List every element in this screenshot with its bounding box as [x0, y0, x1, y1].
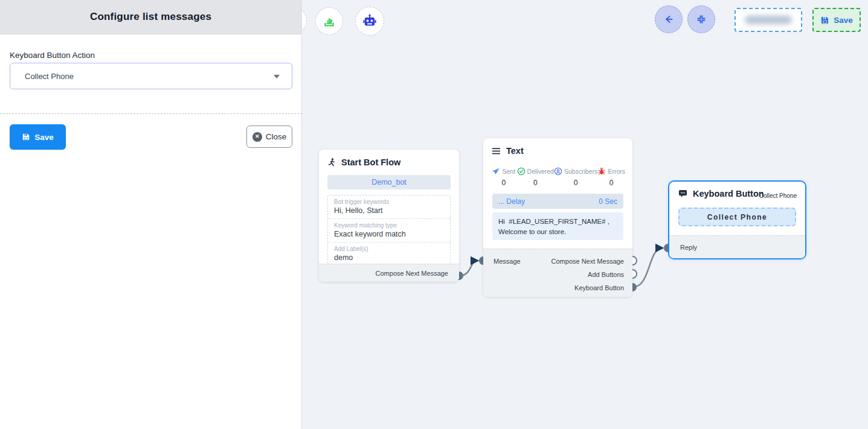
compress-button[interactable] [687, 5, 715, 33]
start-output-label: Compose Next Message [376, 270, 448, 277]
field-value: Hi, Hello, Start [334, 206, 444, 215]
configure-panel: Configure list messages Keyboard Button … [0, 0, 302, 429]
chat-bubble-icon [678, 189, 687, 198]
stat-sent: Sent 0 [490, 167, 517, 187]
bars-icon [492, 147, 501, 155]
check-circle-icon [517, 167, 526, 176]
field-label: Keyword matching type [334, 222, 444, 229]
text-node-header: Text [483, 138, 632, 160]
text-node-footer: Message Compose Next Message Add Buttons… [483, 249, 632, 297]
connection-text-to-keyboard[interactable] [632, 248, 663, 287]
panel-divider [0, 113, 302, 114]
stack-button[interactable] [315, 7, 343, 35]
message-preview[interactable]: Hi #LEAD_USER_FIRST_NAME# , Welcome to o… [492, 212, 623, 240]
stats-row: Sent 0 Delivered 0 [490, 167, 625, 187]
connection-start-to-text[interactable] [459, 261, 478, 276]
field-add-labels[interactable]: Add Label(s) demo [328, 243, 450, 265]
toolbar-save-label: Save [834, 16, 853, 25]
keyboard-input-label: Reply [680, 244, 697, 251]
robot-button[interactable] [355, 7, 384, 36]
delay-value: 0 Sec [599, 197, 617, 206]
panel-save-button[interactable]: Save [10, 124, 66, 150]
start-fields-box: Bot trigger keywords Hi, Hello, Start Ke… [327, 195, 451, 266]
keyboard-corner-label: Collect Phone [759, 192, 797, 199]
panel-close-button[interactable]: ✕ Close [246, 126, 292, 148]
field-value: demo [334, 253, 444, 262]
floppy-icon [22, 133, 30, 141]
robot-icon [362, 14, 377, 28]
field-label: Add Label(s) [334, 246, 444, 252]
text-input-label: Message [493, 258, 521, 265]
field-keyword-matching-type[interactable]: Keyword matching type Exact keyword matc… [328, 219, 450, 243]
flow-canvas[interactable]: Save Start Bot Flow Demo_bot Bot trigger… [302, 0, 868, 429]
keyboard-node-footer: Reply [669, 235, 805, 258]
toolbar-hidden-button[interactable] [302, 7, 307, 34]
floppy-icon [820, 16, 829, 25]
toolbar-save-button[interactable]: Save [812, 8, 861, 32]
panel-header: Configure list messages [0, 0, 301, 34]
panel-save-label: Save [34, 133, 54, 142]
keyboard-action-field-label: Keyboard Button Action [10, 51, 95, 60]
user-circle-icon [554, 167, 562, 176]
node-start-bot-flow[interactable]: Start Bot Flow Demo_bot Bot trigger keyw… [319, 150, 459, 282]
redacted-label-blur [745, 16, 792, 24]
stack-icon [323, 14, 336, 28]
start-node-header: Start Bot Flow [319, 150, 459, 172]
field-value: Exact keyword match [334, 230, 444, 238]
redacted-button[interactable] [735, 8, 802, 32]
chevron-down-icon [274, 75, 280, 78]
collect-phone-button[interactable]: Collect Phone [678, 208, 796, 226]
person-running-icon [327, 157, 336, 167]
stat-delivered: Delivered 0 [517, 167, 554, 187]
node-keyboard-button[interactable]: Keyboard Button Collect Phone Collect Ph… [668, 180, 806, 259]
arrow-left-icon [663, 14, 674, 25]
app: Save Start Bot Flow Demo_bot Bot trigger… [0, 0, 868, 429]
delay-label: ... Delay [498, 197, 525, 206]
node-text[interactable]: Text Sent 0 [483, 138, 632, 297]
text-output-keyboard-label: Keyboard Button [574, 284, 624, 291]
bug-icon [597, 167, 606, 176]
compress-icon [696, 14, 706, 24]
panel-title: Configure list messages [90, 11, 211, 23]
start-node-footer: Compose Next Message [319, 264, 459, 282]
delay-bar[interactable]: ... Delay 0 Sec [492, 194, 623, 209]
text-output-compose-label: Compose Next Message [551, 258, 624, 265]
back-button[interactable] [655, 5, 683, 33]
panel-close-label: Close [266, 132, 287, 141]
field-label: Bot trigger keywords [334, 199, 444, 205]
keyboard-action-select[interactable]: Collect Phone [10, 63, 292, 89]
paper-plane-icon [492, 167, 500, 176]
field-bot-trigger-keywords[interactable]: Bot trigger keywords Hi, Hello, Start [328, 195, 450, 219]
text-node-title: Text [506, 146, 524, 156]
keyboard-node-title: Keyboard Button [693, 189, 764, 199]
start-node-title: Start Bot Flow [341, 157, 400, 167]
stat-subscribers: Subscribers 0 [554, 167, 597, 187]
text-output-addbuttons-label: Add Buttons [588, 271, 624, 278]
stat-errors: Errors 0 [597, 167, 625, 187]
close-icon: ✕ [252, 132, 262, 142]
bot-name-button[interactable]: Demo_bot [327, 175, 451, 189]
select-value: Collect Phone [25, 72, 74, 81]
